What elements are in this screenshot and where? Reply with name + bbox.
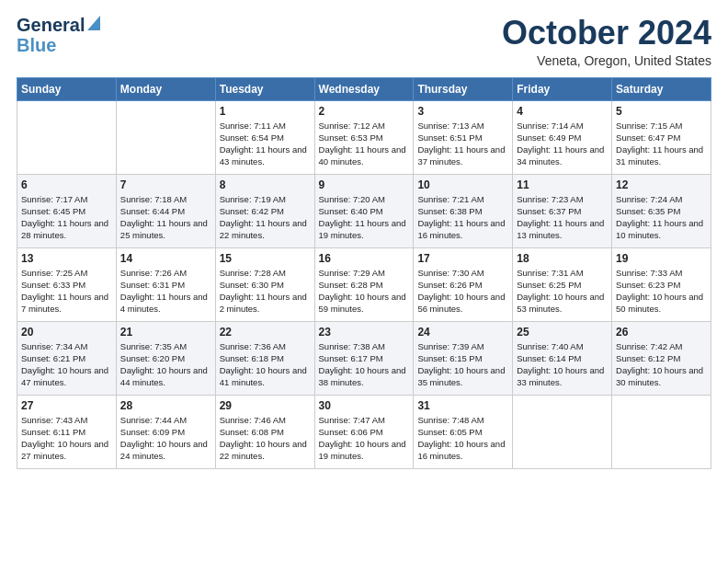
cell-4-1: 20Sunrise: 7:34 AMSunset: 6:21 PMDayligh… xyxy=(17,321,117,395)
day-number: 5 xyxy=(616,105,707,118)
cell-3-6: 18Sunrise: 7:31 AMSunset: 6:25 PMDayligh… xyxy=(513,247,612,321)
col-saturday: Saturday xyxy=(612,77,711,100)
day-info: Sunrise: 7:25 AMSunset: 6:33 PMDaylight:… xyxy=(21,267,112,316)
col-tuesday: Tuesday xyxy=(215,77,314,100)
cell-1-5: 3Sunrise: 7:13 AMSunset: 6:51 PMDaylight… xyxy=(414,100,513,174)
day-info: Sunrise: 7:40 AMSunset: 6:14 PMDaylight:… xyxy=(517,340,608,389)
logo: General Blue xyxy=(17,15,100,55)
col-friday: Friday xyxy=(513,77,612,100)
day-info: Sunrise: 7:42 AMSunset: 6:12 PMDaylight:… xyxy=(616,340,707,389)
cell-4-7: 26Sunrise: 7:42 AMSunset: 6:12 PMDayligh… xyxy=(612,321,711,395)
day-number: 4 xyxy=(517,105,608,118)
day-number: 26 xyxy=(616,326,707,339)
day-number: 13 xyxy=(21,252,112,265)
week-row-3: 13Sunrise: 7:25 AMSunset: 6:33 PMDayligh… xyxy=(17,247,711,321)
day-number: 21 xyxy=(120,326,211,339)
cell-3-4: 16Sunrise: 7:29 AMSunset: 6:28 PMDayligh… xyxy=(314,247,414,321)
cell-3-7: 19Sunrise: 7:33 AMSunset: 6:23 PMDayligh… xyxy=(612,247,711,321)
day-info: Sunrise: 7:20 AMSunset: 6:40 PMDaylight:… xyxy=(319,193,410,242)
day-info: Sunrise: 7:11 AMSunset: 6:54 PMDaylight:… xyxy=(220,120,311,168)
header-row: Sunday Monday Tuesday Wednesday Thursday… xyxy=(17,77,711,100)
page: General Blue October 2024 Veneta, Oregon… xyxy=(0,0,728,480)
cell-5-4: 30Sunrise: 7:47 AMSunset: 6:06 PMDayligh… xyxy=(314,395,414,468)
cell-4-6: 25Sunrise: 7:40 AMSunset: 6:14 PMDayligh… xyxy=(513,321,612,395)
day-number: 10 xyxy=(417,178,508,191)
week-row-5: 27Sunrise: 7:43 AMSunset: 6:11 PMDayligh… xyxy=(17,395,711,468)
day-info: Sunrise: 7:30 AMSunset: 6:26 PMDaylight:… xyxy=(417,267,508,316)
day-info: Sunrise: 7:34 AMSunset: 6:21 PMDaylight:… xyxy=(21,340,112,389)
cell-4-4: 23Sunrise: 7:38 AMSunset: 6:17 PMDayligh… xyxy=(314,321,414,395)
day-number: 20 xyxy=(21,326,112,339)
day-number: 22 xyxy=(220,326,311,339)
day-info: Sunrise: 7:13 AMSunset: 6:51 PMDaylight:… xyxy=(417,120,508,168)
cell-2-3: 8Sunrise: 7:19 AMSunset: 6:42 PMDaylight… xyxy=(215,174,314,247)
col-monday: Monday xyxy=(116,77,215,100)
day-number: 11 xyxy=(517,178,608,191)
cell-1-1 xyxy=(17,100,117,174)
cell-4-3: 22Sunrise: 7:36 AMSunset: 6:18 PMDayligh… xyxy=(215,321,314,395)
day-number: 29 xyxy=(220,399,311,412)
day-info: Sunrise: 7:28 AMSunset: 6:30 PMDaylight:… xyxy=(220,267,311,316)
cell-1-2 xyxy=(116,100,215,174)
cell-2-4: 9Sunrise: 7:20 AMSunset: 6:40 PMDaylight… xyxy=(314,174,414,247)
cell-2-7: 12Sunrise: 7:24 AMSunset: 6:35 PMDayligh… xyxy=(612,174,711,247)
cell-5-6 xyxy=(513,395,612,468)
month-title: October 2024 xyxy=(502,15,711,52)
header: General Blue October 2024 Veneta, Oregon… xyxy=(17,15,711,68)
day-info: Sunrise: 7:18 AMSunset: 6:44 PMDaylight:… xyxy=(120,193,211,242)
day-number: 12 xyxy=(616,178,707,191)
day-number: 31 xyxy=(417,399,508,412)
calendar-table: Sunday Monday Tuesday Wednesday Thursday… xyxy=(17,77,711,469)
day-info: Sunrise: 7:31 AMSunset: 6:25 PMDaylight:… xyxy=(517,267,608,316)
cell-1-7: 5Sunrise: 7:15 AMSunset: 6:47 PMDaylight… xyxy=(612,100,711,174)
day-number: 6 xyxy=(21,178,112,191)
day-info: Sunrise: 7:46 AMSunset: 6:08 PMDaylight:… xyxy=(220,414,311,463)
day-info: Sunrise: 7:39 AMSunset: 6:15 PMDaylight:… xyxy=(417,340,508,389)
svg-marker-0 xyxy=(87,16,100,30)
col-wednesday: Wednesday xyxy=(314,77,414,100)
day-info: Sunrise: 7:33 AMSunset: 6:23 PMDaylight:… xyxy=(616,267,707,316)
day-info: Sunrise: 7:36 AMSunset: 6:18 PMDaylight:… xyxy=(220,340,311,389)
cell-2-5: 10Sunrise: 7:21 AMSunset: 6:38 PMDayligh… xyxy=(414,174,513,247)
day-info: Sunrise: 7:24 AMSunset: 6:35 PMDaylight:… xyxy=(616,193,707,242)
cell-5-1: 27Sunrise: 7:43 AMSunset: 6:11 PMDayligh… xyxy=(17,395,117,468)
cell-2-2: 7Sunrise: 7:18 AMSunset: 6:44 PMDaylight… xyxy=(116,174,215,247)
col-thursday: Thursday xyxy=(414,77,513,100)
cell-5-5: 31Sunrise: 7:48 AMSunset: 6:05 PMDayligh… xyxy=(414,395,513,468)
day-number: 2 xyxy=(319,105,410,118)
day-info: Sunrise: 7:26 AMSunset: 6:31 PMDaylight:… xyxy=(120,267,211,316)
day-number: 16 xyxy=(319,252,410,265)
day-info: Sunrise: 7:21 AMSunset: 6:38 PMDaylight:… xyxy=(417,193,508,242)
day-number: 24 xyxy=(417,326,508,339)
day-info: Sunrise: 7:38 AMSunset: 6:17 PMDaylight:… xyxy=(319,340,410,389)
cell-3-3: 15Sunrise: 7:28 AMSunset: 6:30 PMDayligh… xyxy=(215,247,314,321)
day-number: 25 xyxy=(517,326,608,339)
day-info: Sunrise: 7:17 AMSunset: 6:45 PMDaylight:… xyxy=(21,193,112,242)
day-info: Sunrise: 7:44 AMSunset: 6:09 PMDaylight:… xyxy=(120,414,211,463)
day-number: 8 xyxy=(220,178,311,191)
cell-4-5: 24Sunrise: 7:39 AMSunset: 6:15 PMDayligh… xyxy=(414,321,513,395)
week-row-2: 6Sunrise: 7:17 AMSunset: 6:45 PMDaylight… xyxy=(17,174,711,247)
day-number: 15 xyxy=(220,252,311,265)
day-info: Sunrise: 7:19 AMSunset: 6:42 PMDaylight:… xyxy=(220,193,311,242)
day-info: Sunrise: 7:12 AMSunset: 6:53 PMDaylight:… xyxy=(319,120,410,168)
cell-3-2: 14Sunrise: 7:26 AMSunset: 6:31 PMDayligh… xyxy=(116,247,215,321)
day-info: Sunrise: 7:23 AMSunset: 6:37 PMDaylight:… xyxy=(517,193,608,242)
cell-3-5: 17Sunrise: 7:30 AMSunset: 6:26 PMDayligh… xyxy=(414,247,513,321)
day-number: 19 xyxy=(616,252,707,265)
cell-3-1: 13Sunrise: 7:25 AMSunset: 6:33 PMDayligh… xyxy=(17,247,117,321)
col-sunday: Sunday xyxy=(17,77,117,100)
week-row-1: 1Sunrise: 7:11 AMSunset: 6:54 PMDaylight… xyxy=(17,100,711,174)
day-info: Sunrise: 7:43 AMSunset: 6:11 PMDaylight:… xyxy=(21,414,112,463)
day-number: 14 xyxy=(120,252,211,265)
cell-1-6: 4Sunrise: 7:14 AMSunset: 6:49 PMDaylight… xyxy=(513,100,612,174)
day-number: 1 xyxy=(220,105,311,118)
logo-blue: Blue xyxy=(17,35,56,55)
day-number: 27 xyxy=(21,399,112,412)
day-number: 9 xyxy=(319,178,410,191)
cell-2-1: 6Sunrise: 7:17 AMSunset: 6:45 PMDaylight… xyxy=(17,174,117,247)
day-number: 17 xyxy=(417,252,508,265)
day-info: Sunrise: 7:15 AMSunset: 6:47 PMDaylight:… xyxy=(616,120,707,168)
day-info: Sunrise: 7:47 AMSunset: 6:06 PMDaylight:… xyxy=(319,414,410,463)
cell-5-2: 28Sunrise: 7:44 AMSunset: 6:09 PMDayligh… xyxy=(116,395,215,468)
